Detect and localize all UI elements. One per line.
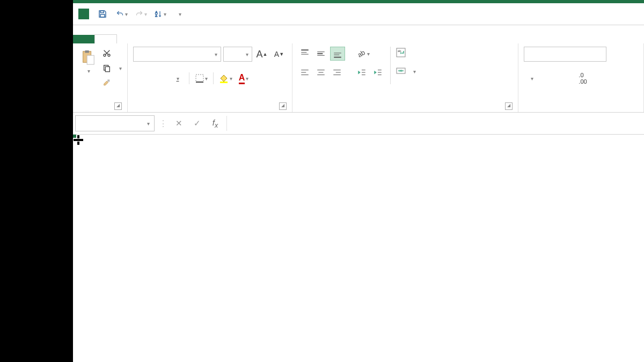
align-middle-button[interactable] — [314, 47, 328, 60]
copy-button[interactable]: ▾ — [102, 62, 122, 75]
svg-rect-1 — [100, 14, 105, 17]
name-box[interactable]: ▾ — [75, 115, 155, 131]
svg-rect-6 — [87, 55, 94, 64]
chevron-down-icon: ▾ — [147, 121, 150, 127]
group-number-label — [524, 109, 638, 111]
group-clipboard-label: ◢ — [78, 109, 122, 111]
ribbon-tabs — [73, 25, 644, 43]
svg-rect-12 — [196, 75, 203, 82]
letterbox-left — [0, 0, 73, 362]
cut-button[interactable] — [102, 47, 122, 60]
tab-page-layout[interactable] — [138, 35, 160, 43]
clipboard-launcher-icon[interactable]: ◢ — [114, 102, 122, 110]
fill-color-button[interactable]: ▾ — [218, 71, 233, 85]
group-font: ▾ ▾ A▲ A▼ ▾ ▾ — [128, 43, 292, 112]
wrap-text-button[interactable]: ab — [396, 47, 416, 60]
tab-data[interactable] — [181, 35, 203, 43]
excel-window: ▾ ▾ AZ ▾ ▾ — [73, 0, 644, 362]
scissors-icon — [102, 48, 112, 58]
group-number: ▾ .0.00 — [518, 43, 644, 112]
increase-decimal-button[interactable]: .0.00 — [575, 71, 590, 85]
undo-icon[interactable]: ▾ — [116, 8, 128, 20]
tab-view[interactable] — [224, 35, 246, 43]
paste-button[interactable]: ▾ — [78, 47, 98, 76]
formula-bar[interactable] — [226, 116, 642, 131]
paste-icon — [79, 49, 97, 66]
group-alignment-label: ◢ — [298, 109, 513, 111]
sort-icon[interactable]: AZ ▾ — [155, 8, 166, 20]
svg-rect-5 — [85, 50, 89, 53]
increase-indent-button[interactable] — [371, 66, 385, 79]
tab-home[interactable] — [94, 34, 117, 43]
align-right-button[interactable] — [330, 66, 344, 79]
quick-access-toolbar: ▾ ▾ AZ ▾ ▾ — [73, 0, 644, 25]
italic-button[interactable] — [151, 71, 166, 85]
font-size-combo[interactable]: ▾ — [223, 47, 252, 62]
font-color-button[interactable]: A▾ — [236, 71, 251, 85]
tab-review[interactable] — [203, 35, 224, 43]
customize-qat-icon[interactable]: ▾ — [174, 8, 186, 20]
font-launcher-icon[interactable]: ◢ — [279, 102, 287, 110]
format-painter-button[interactable] — [102, 77, 122, 90]
merge-icon — [396, 66, 406, 77]
number-format-combo[interactable] — [524, 47, 606, 62]
merge-center-button[interactable]: ▾ — [396, 65, 416, 78]
formula-bar-row: ▾ ⋮ ✕ ✓ fx — [73, 113, 644, 135]
currency-button[interactable]: ▾ — [524, 71, 539, 85]
align-center-button[interactable] — [314, 66, 328, 79]
grow-font-button[interactable]: A▲ — [254, 47, 269, 61]
shrink-font-button[interactable]: A▼ — [272, 47, 287, 61]
orientation-button[interactable]: ab▾ — [356, 47, 370, 60]
percent-button[interactable] — [541, 71, 556, 85]
borders-button[interactable]: ▾ — [194, 71, 209, 85]
ribbon: ▾ ▾ — [73, 43, 644, 113]
fx-icon[interactable]: fx — [208, 116, 222, 130]
align-bottom-button[interactable] — [330, 47, 345, 61]
alignment-launcher-icon[interactable]: ◢ — [505, 102, 513, 110]
copy-icon — [102, 63, 112, 73]
tab-insert[interactable] — [117, 35, 138, 43]
bold-button[interactable] — [133, 71, 148, 85]
save-icon[interactable] — [97, 8, 108, 20]
align-left-button[interactable] — [298, 66, 312, 79]
svg-rect-0 — [100, 11, 104, 13]
tab-formulas[interactable] — [160, 35, 181, 43]
svg-rect-14 — [220, 82, 228, 83]
svg-rect-10 — [105, 67, 109, 71]
font-name-combo[interactable]: ▾ — [133, 47, 221, 62]
comma-button[interactable] — [558, 71, 573, 85]
svg-text:ab: ab — [356, 49, 366, 58]
cancel-formula-button[interactable]: ✕ — [172, 116, 186, 130]
svg-rect-11 — [107, 79, 109, 82]
paintbrush-icon — [102, 78, 112, 88]
excel-icon — [78, 9, 89, 19]
redo-icon[interactable]: ▾ — [135, 8, 147, 20]
wrap-text-icon: ab — [396, 48, 406, 59]
tab-file[interactable] — [73, 35, 94, 43]
decrease-indent-button[interactable] — [355, 66, 369, 79]
align-top-button[interactable] — [298, 47, 312, 60]
svg-text:Z: Z — [155, 13, 157, 17]
group-clipboard: ▾ ▾ — [73, 43, 128, 112]
group-font-label: ◢ — [133, 109, 287, 111]
group-alignment: ab▾ ab — [292, 43, 518, 112]
enter-formula-button[interactable]: ✓ — [190, 116, 204, 130]
svg-text:ab: ab — [398, 49, 401, 53]
underline-button[interactable]: ▾ — [170, 71, 185, 85]
